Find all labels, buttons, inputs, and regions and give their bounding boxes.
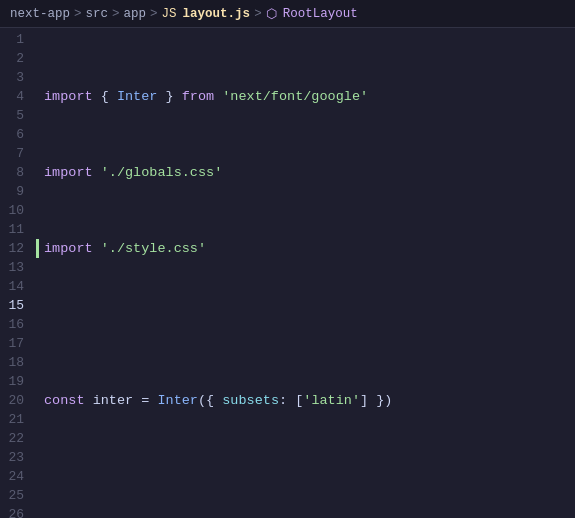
- code-line-3: import './style.css': [36, 239, 575, 258]
- line-num-17: 17: [8, 334, 24, 353]
- line-num-1: 1: [8, 30, 24, 49]
- breadcrumb-sep: >: [112, 7, 120, 21]
- editor: 1 2 3 4 5 6 7 8 9 10 11 12 13 14 15 16 1…: [0, 28, 575, 518]
- breadcrumb-sep: >: [150, 7, 158, 21]
- line-num-4: 4: [8, 87, 24, 106]
- breadcrumb-filename: layout.js: [183, 7, 251, 21]
- line-numbers: 1 2 3 4 5 6 7 8 9 10 11 12 13 14 15 16 1…: [0, 28, 36, 518]
- breadcrumb-folder: src: [86, 7, 109, 21]
- line-num-7: 7: [8, 144, 24, 163]
- line-num-16: 16: [8, 315, 24, 334]
- breadcrumb-file-icon: JS: [162, 7, 177, 21]
- line-num-18: 18: [8, 353, 24, 372]
- line-num-21: 21: [8, 410, 24, 429]
- line-num-13: 13: [8, 258, 24, 277]
- code-line-5: const inter = Inter({ subsets: ['latin']…: [36, 391, 575, 410]
- code-line-6: [36, 467, 575, 486]
- breadcrumb-folder: next-app: [10, 7, 70, 21]
- line-num-9: 9: [8, 182, 24, 201]
- breadcrumb-component-icon: ⬡: [266, 6, 277, 22]
- line-num-14: 14: [8, 277, 24, 296]
- line-num-8: 8: [8, 163, 24, 182]
- line-num-3: 3: [8, 68, 24, 87]
- line-num-10: 10: [8, 201, 24, 220]
- line-num-23: 23: [8, 448, 24, 467]
- breadcrumb-folder: app: [124, 7, 147, 21]
- code-line-1: import { Inter } from 'next/font/google': [36, 87, 575, 106]
- breadcrumb-component: RootLayout: [283, 7, 358, 21]
- code-area[interactable]: import { Inter } from 'next/font/google'…: [36, 28, 575, 518]
- line-num-5: 5: [8, 106, 24, 125]
- breadcrumb-sep: >: [254, 7, 262, 21]
- line-num-19: 19: [8, 372, 24, 391]
- line-num-25: 25: [8, 486, 24, 505]
- code-line-4: [36, 315, 575, 334]
- breadcrumb-sep: >: [74, 7, 82, 21]
- code-line-2: import './globals.css': [36, 163, 575, 182]
- line-num-20: 20: [8, 391, 24, 410]
- line-num-6: 6: [8, 125, 24, 144]
- line-num-2: 2: [8, 49, 24, 68]
- line-num-11: 11: [8, 220, 24, 239]
- line-num-22: 22: [8, 429, 24, 448]
- line-num-15: 15: [8, 296, 24, 315]
- line-num-12: 12: [8, 239, 24, 258]
- breadcrumb-bar: next-app > src > app > JS layout.js > ⬡ …: [0, 0, 575, 28]
- line-num-26: 26: [8, 505, 24, 518]
- line-num-24: 24: [8, 467, 24, 486]
